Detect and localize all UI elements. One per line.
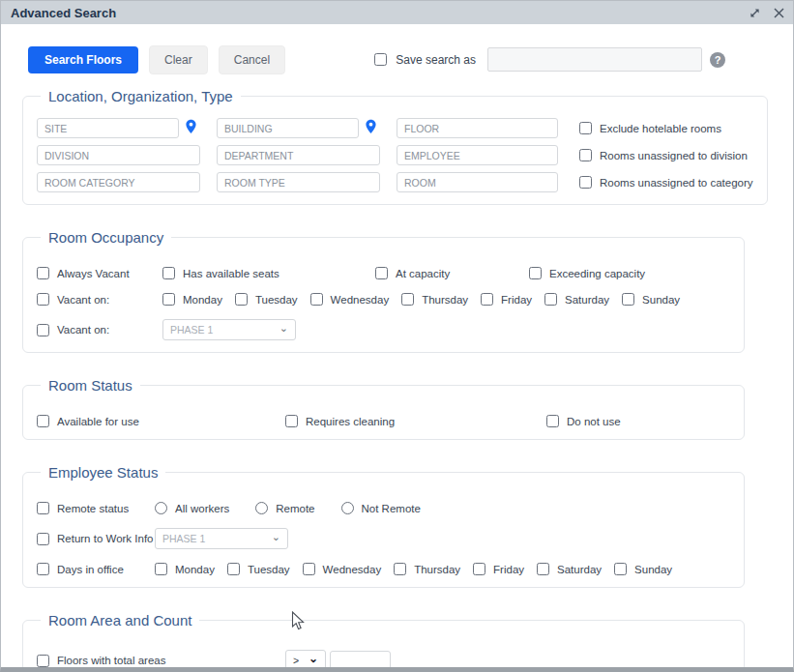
checkbox-icon[interactable] [155,563,167,575]
checkbox-icon[interactable] [37,533,49,545]
office-wednesday-checkbox[interactable]: Wednesday [303,563,382,575]
section-room-occupancy: Room Occupancy Always Vacant Has availab… [22,229,745,353]
floors-total-areas-checkbox[interactable]: Floors with total areas [37,655,285,667]
checkbox-icon[interactable] [37,502,49,514]
radio-icon[interactable] [341,502,354,514]
checkbox-icon[interactable] [303,563,315,575]
checkbox-icon[interactable] [481,293,493,306]
room-category-input[interactable] [37,172,200,192]
checkbox-icon[interactable] [529,267,542,279]
vacant-sunday-checkbox[interactable]: Sunday [622,293,680,306]
remote-status-checkbox[interactable]: Remote status [37,502,155,514]
vacant-saturday-checkbox[interactable]: Saturday [544,293,609,306]
checkbox-icon[interactable] [310,293,323,306]
section-location-legend: Location, Organization, Type [41,88,241,104]
all-workers-radio[interactable]: All workers [155,502,229,514]
exclude-hotelable-rooms-checkbox[interactable]: Exclude hotelable rooms [579,122,721,134]
vacant-tuesday-checkbox[interactable]: Tuesday [235,293,298,306]
checkbox-icon[interactable] [162,267,175,279]
save-search-checkbox[interactable] [374,53,387,66]
office-saturday-checkbox[interactable]: Saturday [537,563,602,575]
section-location: Location, Organization, Type Exclude hot… [22,88,768,205]
close-icon[interactable] [773,7,785,19]
return-to-work-checkbox[interactable]: Return to Work Info [37,533,155,545]
rooms-unassigned-category-checkbox[interactable]: Rooms unassigned to category [579,176,753,189]
always-vacant-checkbox[interactable]: Always Vacant [37,267,162,279]
save-search-label: Save search as [396,53,476,67]
checkbox-icon[interactable] [37,415,49,427]
office-monday-checkbox[interactable]: Monday [155,563,215,575]
dialog-title: Advanced Search [11,6,116,20]
checkbox-icon[interactable] [235,293,248,306]
division-input[interactable] [37,145,200,165]
office-tuesday-checkbox[interactable]: Tuesday [227,563,290,575]
radio-icon[interactable] [155,502,167,514]
employee-input[interactable] [397,145,558,165]
checkbox-icon[interactable] [579,149,592,161]
building-input[interactable] [217,118,359,138]
vacant-thursday-checkbox[interactable]: Thursday [401,293,468,306]
vacant-wednesday-checkbox[interactable]: Wednesday [310,293,390,306]
checkbox-icon[interactable] [622,293,634,306]
clear-button[interactable]: Clear [149,45,208,74]
checkbox-icon[interactable] [37,267,49,279]
checkbox-icon[interactable] [37,563,49,575]
section-room-occupancy-legend: Room Occupancy [41,229,171,246]
requires-cleaning-checkbox[interactable]: Requires cleaning [285,415,546,427]
days-in-office-checkbox[interactable]: Days in office [37,563,155,575]
rooms-unassigned-division-checkbox[interactable]: Rooms unassigned to division [579,149,748,161]
checkbox-icon[interactable] [546,415,559,427]
room-type-input[interactable] [217,172,380,192]
chevron-down-icon: ⌄ [279,323,288,334]
section-room-area-count: Room Area and Count Floors with total ar… [22,612,745,672]
checkbox-icon[interactable] [162,293,175,306]
return-to-work-phase-select[interactable]: PHASE 1 ⌄ [155,528,288,549]
checkbox-icon[interactable] [544,293,557,306]
location-pin-icon[interactable] [185,119,197,138]
not-remote-radio[interactable]: Not Remote [341,502,421,514]
toolbar: Search Floors Clear Cancel Save search a… [28,46,725,73]
checkbox-icon[interactable] [579,122,592,134]
checkbox-icon[interactable] [394,563,406,575]
department-input[interactable] [217,145,380,165]
room-input[interactable] [397,172,558,192]
office-thursday-checkbox[interactable]: Thursday [394,563,460,575]
resize-diagonal-icon[interactable] [749,7,761,19]
has-available-seats-checkbox[interactable]: Has available seats [162,267,375,279]
checkbox-icon[interactable] [37,655,49,667]
office-friday-checkbox[interactable]: Friday [473,563,524,575]
checkbox-icon[interactable] [375,267,388,279]
checkbox-icon[interactable] [473,563,485,575]
checkbox-icon[interactable] [37,293,49,306]
available-for-use-checkbox[interactable]: Available for use [37,415,285,427]
save-search-input[interactable] [487,47,702,72]
checkbox-icon[interactable] [227,563,240,575]
areas-operator-select[interactable]: > ⌄ [285,650,326,671]
vacant-on-phase-checkbox[interactable]: Vacant on: [37,324,162,336]
section-room-area-count-legend: Room Area and Count [41,612,199,628]
checkbox-icon[interactable] [614,563,627,575]
checkbox-icon[interactable] [285,415,298,427]
checkbox-icon[interactable] [401,293,414,306]
checkbox-icon[interactable] [579,176,592,189]
vacant-on-days-checkbox[interactable]: Vacant on: [37,293,162,306]
help-icon[interactable]: ? [710,52,725,68]
office-sunday-checkbox[interactable]: Sunday [614,563,672,575]
advanced-search-dialog: Advanced Search Search Floors Clear Canc… [0,0,794,672]
vacant-monday-checkbox[interactable]: Monday [162,293,222,306]
do-not-use-checkbox[interactable]: Do not use [546,415,621,427]
search-floors-button[interactable]: Search Floors [28,46,138,73]
cancel-button[interactable]: Cancel [219,45,285,74]
floor-input[interactable] [397,118,558,138]
vacant-friday-checkbox[interactable]: Friday [481,293,532,306]
areas-value-input[interactable] [330,651,391,671]
checkbox-icon[interactable] [37,324,49,336]
remote-radio[interactable]: Remote [255,502,314,514]
checkbox-icon[interactable] [537,563,549,575]
vacant-phase-select[interactable]: PHASE 1 ⌄ [162,319,296,340]
radio-icon[interactable] [255,502,268,514]
exceeding-capacity-checkbox[interactable]: Exceeding capacity [529,267,645,279]
site-input[interactable] [37,118,179,138]
location-pin-icon[interactable] [365,119,377,138]
at-capacity-checkbox[interactable]: At capacity [375,267,529,279]
